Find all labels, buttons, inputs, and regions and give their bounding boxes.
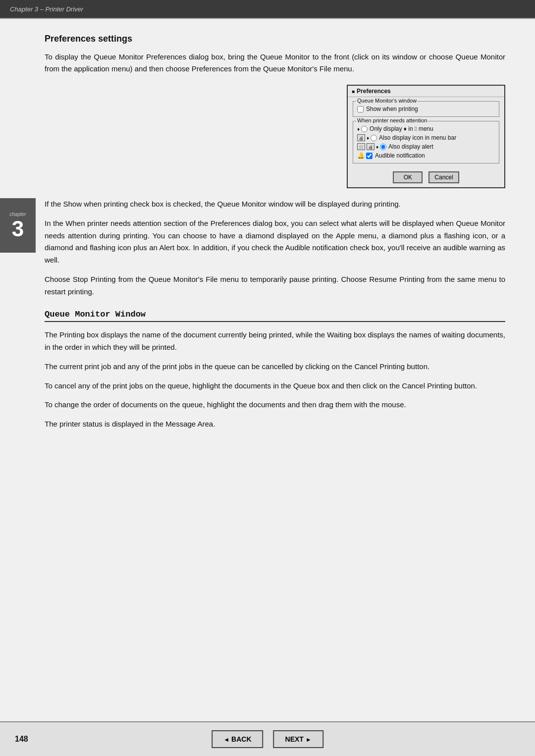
chapter-tab: chapter 3 bbox=[0, 198, 36, 253]
printer-icon1: 🖨 bbox=[357, 134, 365, 141]
dialog-group1-label: Queue Monitor's window bbox=[356, 98, 418, 104]
option4-label: Audible notification bbox=[375, 152, 425, 159]
dialog-option4-row: 🔔 Audible notification bbox=[357, 152, 495, 159]
pref-para1: If the Show when printing check box is c… bbox=[45, 198, 505, 211]
back-arrow-icon bbox=[223, 735, 229, 743]
next-arrow-icon bbox=[306, 735, 312, 743]
pref-para2: In the When printer needs attention sect… bbox=[45, 217, 505, 267]
dialog-show-when-printing-row: Show when printing bbox=[357, 106, 495, 112]
queue-para2: The current print job and any of the pri… bbox=[45, 361, 505, 373]
show-when-printing-checkbox[interactable] bbox=[357, 106, 364, 112]
pref-section: Preferences settings To display the Queu… bbox=[45, 34, 505, 298]
queue-para3: To cancel any of the print jobs on the q… bbox=[45, 380, 505, 392]
diamond1-icon: ♦ bbox=[357, 126, 360, 132]
queue-para5: The printer status is displayed in the M… bbox=[45, 418, 505, 431]
queue-para4: To change the order of documents on the … bbox=[45, 399, 505, 411]
next-label: NEXT bbox=[285, 735, 304, 743]
pref-para3: Choose Stop Printing from the Queue Moni… bbox=[45, 273, 505, 298]
checkbox-icon: □ bbox=[357, 143, 365, 150]
ok-button[interactable]: OK bbox=[393, 171, 423, 183]
dialog-option3-row: □ 🖨 ♦ Also display alert bbox=[357, 143, 495, 150]
footer: 148 BACK NEXT bbox=[0, 721, 535, 756]
cancel-button[interactable]: Cancel bbox=[428, 171, 459, 183]
show-when-printing-label: Show when printing bbox=[366, 106, 418, 112]
radio-option1[interactable] bbox=[361, 126, 368, 132]
dialog-buttons: OK Cancel bbox=[348, 167, 504, 187]
option2-label: Also display icon in menu bar bbox=[379, 134, 456, 141]
queue-title: Queue Monitor Window bbox=[45, 310, 505, 322]
dialog-group-queue-monitor: Queue Monitor's window Show when printin… bbox=[353, 101, 499, 117]
dialog-group-printer-attention: When printer needs attention ♦ Only disp… bbox=[353, 121, 499, 163]
printer-icon2: 🖨 bbox=[367, 143, 374, 150]
pref-intro: To display the Queue Monitor Preferences… bbox=[45, 51, 505, 75]
option1-label: Only display ♦ in  menu bbox=[370, 125, 433, 132]
page-number: 148 bbox=[15, 735, 28, 744]
queue-section: Queue Monitor Window The Printing box di… bbox=[45, 310, 505, 431]
dialog-title: Preferences bbox=[357, 88, 391, 95]
speaker-icon: 🔔 bbox=[357, 152, 365, 159]
diamond2-icon: ♦ bbox=[367, 135, 369, 141]
diamond3-icon: ♦ bbox=[376, 144, 378, 150]
chapter-label: chapter bbox=[9, 212, 26, 217]
back-button[interactable]: BACK bbox=[212, 730, 263, 748]
main-content: Preferences settings To display the Queu… bbox=[45, 34, 505, 431]
header-bar: Chapter 3 – Printer Driver bbox=[0, 0, 535, 18]
dialog-title-bar: Preferences bbox=[348, 86, 504, 97]
dialog-option1-row: ♦ Only display ♦ in  menu bbox=[357, 125, 495, 132]
radio-option3[interactable] bbox=[380, 144, 386, 150]
header-title: Chapter 3 – Printer Driver bbox=[10, 5, 83, 13]
dialog-group2-label: When printer needs attention bbox=[356, 117, 428, 123]
pref-title: Preferences settings bbox=[45, 34, 505, 44]
audible-notification-checkbox[interactable] bbox=[366, 153, 373, 159]
back-label: BACK bbox=[231, 735, 251, 743]
dialog-option2-row: 🖨 ♦ Also display icon in menu bar bbox=[357, 134, 495, 141]
option3-label: Also display alert bbox=[388, 143, 433, 150]
dialog-container: Preferences Queue Monitor's window Show … bbox=[45, 85, 505, 188]
queue-para1: The Printing box displays the name of th… bbox=[45, 329, 505, 354]
radio-option2[interactable] bbox=[371, 135, 377, 141]
next-button[interactable]: NEXT bbox=[273, 730, 323, 748]
nav-buttons: BACK NEXT bbox=[212, 730, 323, 748]
preferences-dialog: Preferences Queue Monitor's window Show … bbox=[347, 85, 505, 188]
header-divider bbox=[0, 18, 535, 19]
chapter-number: 3 bbox=[12, 218, 24, 240]
